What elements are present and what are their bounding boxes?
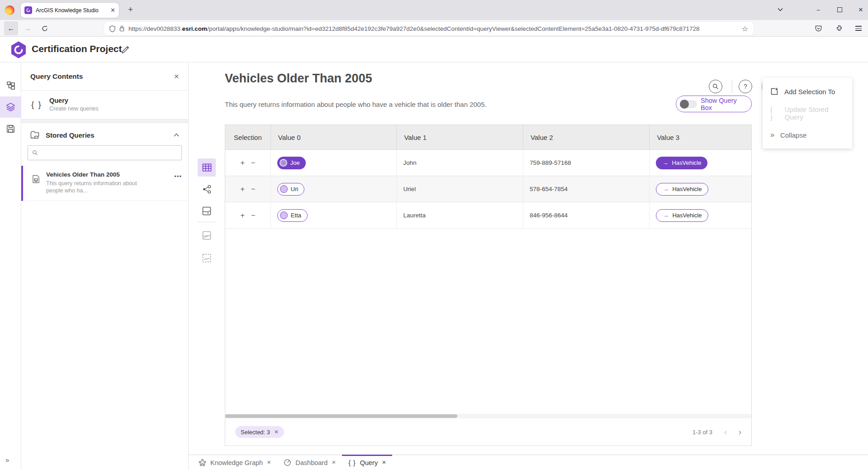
add-to-selection-icon[interactable]: + bbox=[241, 159, 245, 167]
help-button[interactable]: ? bbox=[739, 80, 752, 93]
table-row[interactable]: + − Joe John 759-889-57168 → HasVehicle bbox=[225, 150, 751, 176]
horizontal-scrollbar[interactable] bbox=[225, 414, 751, 418]
show-query-box-label: Show Query Box bbox=[701, 97, 745, 111]
entity-dot-icon bbox=[280, 211, 288, 219]
link-chart-button[interactable] bbox=[198, 180, 216, 198]
scrollbar-thumb[interactable] bbox=[225, 414, 457, 418]
chip-close-icon[interactable]: ✕ bbox=[274, 429, 279, 435]
window-minimize-button[interactable]: – bbox=[811, 3, 825, 16]
new-map-from-selection-button[interactable] bbox=[198, 226, 216, 245]
show-query-box-button[interactable]: Show Query Box bbox=[676, 96, 752, 112]
previous-page-icon[interactable]: ‹ bbox=[724, 428, 727, 436]
selected-count-chip[interactable]: Selected: 3 ✕ bbox=[235, 426, 284, 438]
entity-pill[interactable]: Joe bbox=[277, 157, 306, 169]
tab-knowledge-graph[interactable]: Knowledge Graph ✕ bbox=[192, 455, 277, 470]
map-view-button[interactable] bbox=[198, 202, 216, 220]
link-chart-icon bbox=[202, 185, 212, 194]
expand-rail-icon[interactable]: » bbox=[5, 456, 9, 464]
panel-separator bbox=[21, 119, 188, 123]
new-query-text: Query Create new queries bbox=[49, 97, 98, 112]
maximize-icon bbox=[837, 7, 842, 12]
tab-close-icon[interactable]: ✕ bbox=[332, 460, 336, 465]
table-icon bbox=[202, 163, 212, 172]
tab-dashboard[interactable]: Dashboard ✕ bbox=[277, 455, 342, 470]
window-close-button[interactable]: ✕ bbox=[854, 3, 868, 16]
window-maximize-button[interactable] bbox=[832, 3, 847, 16]
selected-count-label: Selected: 3 bbox=[241, 429, 270, 436]
arrow-right-icon: → bbox=[663, 186, 669, 192]
relationship-pill[interactable]: → HasVehicle bbox=[656, 209, 708, 222]
lock-icon[interactable] bbox=[119, 25, 124, 32]
panel-close-icon[interactable]: ✕ bbox=[174, 73, 179, 80]
table-row[interactable]: + − Etta Lauretta 846-956-8644 → HasVehi… bbox=[225, 202, 751, 229]
add-to-selection-icon[interactable]: + bbox=[241, 185, 245, 193]
relationship-pill[interactable]: → HasVehicle bbox=[656, 183, 708, 196]
column-header-selection[interactable]: Selection bbox=[225, 125, 271, 149]
back-button[interactable]: ← bbox=[4, 21, 18, 35]
show-query-box-toggle[interactable] bbox=[680, 101, 697, 108]
remove-from-selection-icon[interactable]: − bbox=[251, 159, 255, 167]
cell-value1[interactable]: Lauretta bbox=[397, 202, 523, 228]
query-contents-panel: Query Contents ✕ { } Query Create new qu… bbox=[21, 62, 189, 470]
menu-item-update-stored-query[interactable]: { } Update Stored Query bbox=[763, 102, 852, 124]
selection-map-button[interactable] bbox=[198, 249, 216, 267]
entity-dot-icon bbox=[280, 185, 288, 193]
contents-button-active[interactable] bbox=[0, 96, 21, 118]
tracking-shield-icon[interactable] bbox=[109, 25, 115, 32]
column-header-value0[interactable]: Value 0 bbox=[271, 125, 397, 149]
chevron-up-icon[interactable] bbox=[174, 133, 179, 137]
tab-close-icon[interactable]: ✕ bbox=[382, 460, 386, 465]
new-query-item[interactable]: { } Query Create new queries bbox=[21, 91, 188, 119]
bookmark-star-icon[interactable]: ☆ bbox=[742, 24, 748, 33]
menu-item-add-selection-to[interactable]: Add Selection To bbox=[763, 81, 852, 102]
reload-button[interactable] bbox=[38, 21, 52, 35]
pagination-label: 1-3 of 3 bbox=[693, 429, 712, 436]
edit-pencil-icon[interactable] bbox=[121, 46, 129, 54]
tab-overflow-icon[interactable] bbox=[773, 3, 787, 16]
table-row[interactable]: + − Uri Uriel 578-654-7854 → HasVehicle bbox=[225, 176, 751, 202]
cell-value2[interactable]: 846-956-8644 bbox=[523, 202, 650, 228]
table-view-button[interactable] bbox=[198, 158, 216, 177]
cell-value2[interactable]: 759-889-57168 bbox=[523, 150, 650, 176]
stored-queries-header[interactable]: Stored Queries bbox=[21, 123, 188, 144]
save-button[interactable] bbox=[0, 118, 21, 139]
relationship-pill[interactable]: → HasVehicle bbox=[656, 157, 707, 169]
firefox-logo-icon[interactable] bbox=[5, 5, 14, 15]
data-model-button[interactable] bbox=[0, 75, 21, 96]
menu-hamburger-icon[interactable] bbox=[851, 21, 865, 35]
tab-query-active[interactable]: { } Query ✕ bbox=[342, 455, 392, 470]
next-page-icon[interactable]: › bbox=[739, 428, 741, 436]
query-results-table: Selection Value 0 Value 1 Value 2 Value … bbox=[225, 125, 752, 446]
cell-value2[interactable]: 578-654-7854 bbox=[523, 176, 650, 202]
stored-query-item-selected[interactable]: Vehicles Older Than 2005 This query retu… bbox=[21, 166, 188, 201]
entity-dot-icon bbox=[280, 159, 287, 167]
column-header-value2[interactable]: Value 2 bbox=[523, 125, 650, 149]
entity-pill[interactable]: Etta bbox=[277, 209, 308, 222]
remove-from-selection-icon[interactable]: − bbox=[251, 211, 255, 220]
knowledge-graph-icon bbox=[199, 459, 206, 466]
new-tab-button[interactable]: + bbox=[128, 5, 133, 14]
tab-close-icon[interactable]: ✕ bbox=[110, 7, 115, 14]
stored-query-options-icon[interactable]: ••• bbox=[174, 173, 182, 180]
forward-button[interactable]: → bbox=[21, 21, 35, 35]
search-button[interactable] bbox=[709, 80, 722, 93]
remove-from-selection-icon[interactable]: − bbox=[251, 185, 255, 193]
tab-close-icon[interactable]: ✕ bbox=[267, 460, 271, 465]
arrow-right-icon: → bbox=[662, 159, 668, 166]
map-layers-icon bbox=[202, 231, 211, 240]
browser-tab[interactable]: ArcGIS Knowledge Studio ✕ bbox=[21, 3, 119, 18]
column-header-value1[interactable]: Value 1 bbox=[397, 125, 523, 149]
stored-queries-search[interactable] bbox=[28, 145, 182, 160]
search-input[interactable] bbox=[42, 149, 177, 156]
entity-pill[interactable]: Uri bbox=[277, 183, 305, 196]
menu-item-collapse[interactable]: » Collapse bbox=[763, 124, 852, 146]
column-header-value3[interactable]: Value 3 bbox=[650, 125, 751, 149]
add-to-selection-icon[interactable]: + bbox=[241, 211, 245, 220]
url-bar[interactable]: https://dev0028833.esri.com/portal/apps/… bbox=[104, 22, 754, 35]
cell-value1[interactable]: Uriel bbox=[397, 176, 523, 202]
pocket-icon[interactable] bbox=[811, 21, 825, 35]
panel-header: Query Contents ✕ bbox=[21, 62, 188, 91]
extensions-icon[interactable] bbox=[832, 21, 846, 35]
cell-value1[interactable]: John bbox=[397, 150, 523, 176]
map-icon bbox=[202, 206, 211, 216]
